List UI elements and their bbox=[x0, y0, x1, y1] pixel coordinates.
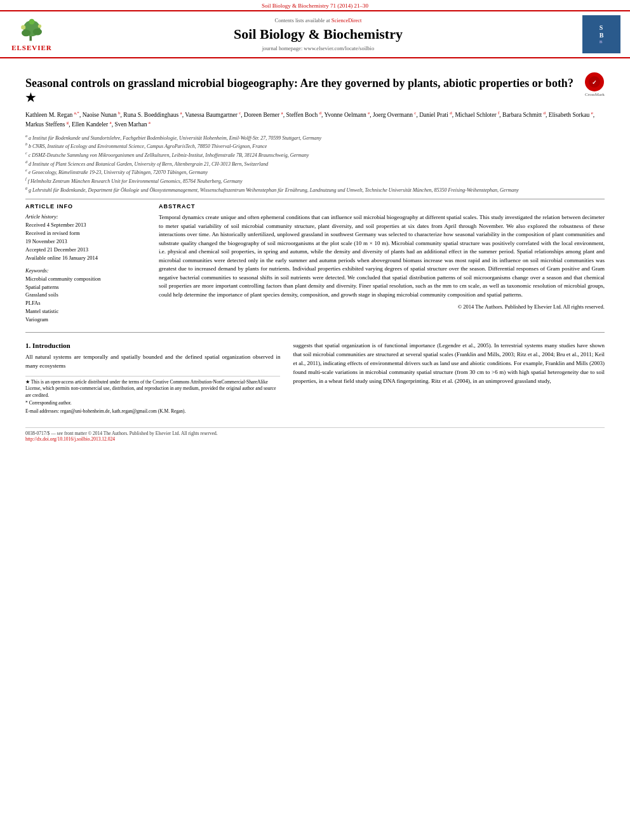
footnote-section: ★ This is an open-access article distrib… bbox=[25, 376, 280, 415]
keywords-label: Keywords: bbox=[25, 267, 146, 274]
issn-line: 0038-0717/$ — see front matter © 2014 Th… bbox=[25, 430, 605, 436]
doi-link[interactable]: http://dx.doi.org/10.1016/j.soilbio.2013… bbox=[25, 436, 115, 442]
doi-line: http://dx.doi.org/10.1016/j.soilbio.2013… bbox=[25, 436, 605, 442]
right-column: suggests that spatial organization is of… bbox=[293, 342, 605, 416]
affiliation-d: d d Institute of Plant Sciences and Bota… bbox=[25, 159, 605, 168]
sciencedirect-link[interactable]: ScienceDirect bbox=[332, 17, 362, 23]
affiliations-list: a a Institut für Bodenkunde und Standort… bbox=[25, 133, 605, 194]
history-revised-date: 19 November 2013 bbox=[25, 238, 146, 246]
journal-logo-box: SB B bbox=[582, 15, 620, 53]
abstract-copyright: © 2014 The Authors. Published by Elsevie… bbox=[159, 303, 605, 311]
elsevier-tree-icon bbox=[13, 17, 51, 43]
journal-homepage: journal homepage: www.elsevier.com/locat… bbox=[64, 45, 573, 51]
svg-point-2 bbox=[22, 30, 30, 37]
journal-logo: SB B bbox=[579, 15, 624, 53]
footnote-star: ★ This is an open-access article distrib… bbox=[25, 379, 280, 399]
svg-point-6 bbox=[29, 19, 35, 25]
keyword-6: Variogram bbox=[25, 316, 146, 324]
article-info-panel: ARTICLE INFO Article history: Received 4… bbox=[25, 203, 146, 324]
footnote-email: E-mail addresses: regan@uni-hohenheim.de… bbox=[25, 408, 280, 415]
intro-left-text: All natural systems are temporally and s… bbox=[25, 353, 280, 371]
introduction-section: 1. Introduction All natural systems are … bbox=[25, 342, 605, 416]
journal-citation: Soil Biology & Biochemistry 71 (2014) 21… bbox=[262, 3, 368, 9]
affiliation-e: e e Geoecology, Rümelinstraße 19-23, Uni… bbox=[25, 168, 605, 177]
history-received: Received 4 September 2013 bbox=[25, 222, 146, 229]
svg-point-4 bbox=[21, 25, 25, 29]
svg-point-3 bbox=[33, 29, 42, 36]
authors-list: Kathleen M. Regan a,*, Naoise Nunan b, R… bbox=[25, 110, 605, 130]
svg-text:✓: ✓ bbox=[592, 79, 597, 86]
crossmark-badge: ✓ CrossMark bbox=[585, 72, 605, 97]
keyword-3: Grassland soils bbox=[25, 291, 146, 299]
abstract-text: Temporal dynamics create unique and ofte… bbox=[159, 213, 605, 299]
top-bar: Soil Biology & Biochemistry 71 (2014) 21… bbox=[0, 0, 630, 10]
keyword-5: Mantel statistic bbox=[25, 308, 146, 316]
article-title: Seasonal controls on grassland microbial… bbox=[25, 76, 579, 106]
article-info-label: ARTICLE INFO bbox=[25, 203, 146, 210]
journal-title: Soil Biology & Biochemistry bbox=[64, 26, 573, 43]
left-column: 1. Introduction All natural systems are … bbox=[25, 342, 280, 416]
affiliation-c: c c DSMZ-Deutsche Sammlung von Mikroorga… bbox=[25, 150, 605, 159]
affiliation-f: f f Helmholtz Zentrum München Research U… bbox=[25, 177, 605, 185]
affiliation-b: b b CNRS, Institute of Ecology and Envir… bbox=[25, 142, 605, 150]
section-divider bbox=[25, 199, 605, 199]
contents-available-line: Contents lists available at ScienceDirec… bbox=[64, 17, 573, 23]
keyword-4: PLFAs bbox=[25, 300, 146, 307]
bottom-bar: 0038-0717/$ — see front matter © 2014 Th… bbox=[25, 427, 605, 442]
elsevier-logo: ELSEVIER bbox=[6, 17, 57, 51]
keyword-1: Microbial community composition bbox=[25, 276, 146, 283]
header-center: Contents lists available at ScienceDirec… bbox=[64, 17, 573, 51]
elsevier-wordmark: ELSEVIER bbox=[11, 44, 52, 51]
info-abstract-section: ARTICLE INFO Article history: Received 4… bbox=[25, 203, 605, 324]
abstract-panel: ABSTRACT Temporal dynamics create unique… bbox=[159, 203, 605, 324]
header-section: ELSEVIER Contents lists available at Sci… bbox=[0, 10, 630, 58]
history-accepted: Accepted 21 December 2013 bbox=[25, 246, 146, 254]
keyword-2: Spatial patterns bbox=[25, 284, 146, 291]
affiliation-a: a a Institut für Bodenkunde und Standort… bbox=[25, 133, 605, 142]
abstract-label: ABSTRACT bbox=[159, 203, 605, 210]
intro-right-text: suggests that spatial organization is of… bbox=[293, 342, 605, 386]
history-revised: Received in revised form bbox=[25, 230, 146, 237]
svg-point-5 bbox=[38, 25, 41, 28]
article-history-label: Article history: bbox=[25, 213, 146, 220]
body-divider bbox=[25, 332, 605, 333]
footnote-corresponding: * Corresponding author. bbox=[25, 400, 280, 407]
affiliation-g: g g Lehrstuhl für Bodenkunde, Department… bbox=[25, 185, 605, 194]
main-content: 1. Introduction All natural systems are … bbox=[0, 335, 630, 421]
introduction-heading: 1. Introduction bbox=[25, 342, 280, 349]
history-online: Available online 16 January 2014 bbox=[25, 255, 146, 262]
